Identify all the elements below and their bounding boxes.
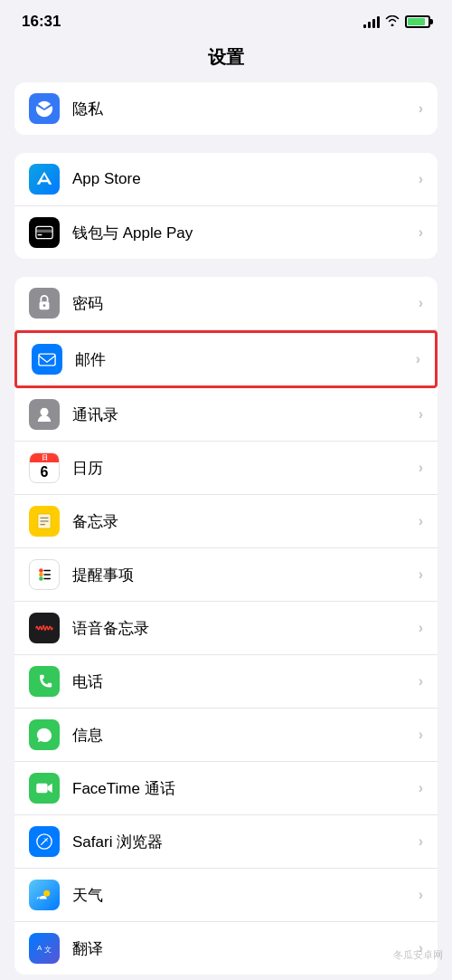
facetime-row[interactable]: FaceTime 通话 › — [14, 762, 438, 815]
svg-text:文: 文 — [44, 946, 52, 954]
messages-icon — [29, 719, 60, 750]
reminders-chevron: › — [419, 566, 423, 583]
facetime-label: FaceTime 通话 — [72, 778, 419, 799]
wallet-chevron: › — [419, 224, 423, 241]
svg-point-12 — [39, 573, 43, 577]
appstore-icon — [29, 164, 60, 195]
svg-rect-17 — [36, 784, 47, 794]
weather-row[interactable]: 天气 › — [14, 869, 438, 922]
contacts-label: 通讯录 — [72, 404, 419, 425]
mail-icon — [32, 344, 62, 375]
status-bar: 16:31 — [0, 0, 452, 38]
status-icons — [363, 14, 430, 29]
privacy-icon — [29, 93, 60, 124]
voicememo-icon — [29, 613, 60, 643]
svg-point-13 — [39, 576, 43, 581]
safari-label: Safari 浏览器 — [72, 832, 419, 852]
mail-row[interactable]: 邮件 › — [14, 330, 438, 388]
voicememo-label: 语音备忘录 — [72, 618, 419, 639]
translate-label: 翻译 — [72, 938, 419, 959]
appstore-chevron: › — [419, 171, 423, 187]
voicememo-chevron: › — [419, 620, 423, 636]
svg-point-19 — [43, 890, 50, 897]
svg-text:A: A — [37, 944, 42, 952]
weather-icon — [29, 880, 60, 910]
calendar-label: 日历 — [72, 458, 419, 479]
facetime-icon — [29, 773, 60, 804]
notes-chevron: › — [419, 513, 423, 529]
svg-point-6 — [41, 408, 49, 416]
translate-row[interactable]: A 文 翻译 › — [14, 922, 438, 975]
contacts-icon — [29, 399, 60, 430]
notes-row[interactable]: 备忘录 › — [14, 495, 438, 548]
weather-label: 天气 — [72, 885, 419, 906]
voicememo-row[interactable]: 语音备忘录 › — [14, 602, 438, 655]
svg-point-4 — [43, 304, 46, 307]
store-section: App Store › 钱包与 Apple Pay › — [14, 153, 438, 259]
appstore-label: App Store — [72, 170, 419, 188]
privacy-section: 隐私 › — [14, 82, 438, 135]
wallet-label: 钱包与 Apple Pay — [72, 223, 419, 243]
privacy-label: 隐私 — [72, 99, 419, 119]
safari-row[interactable]: Safari 浏览器 › — [14, 815, 438, 869]
phone-chevron: › — [419, 673, 423, 690]
passwords-label: 密码 — [72, 293, 419, 314]
contacts-chevron: › — [419, 406, 423, 423]
messages-chevron: › — [419, 727, 423, 743]
safari-icon — [29, 826, 60, 857]
messages-label: 信息 — [72, 725, 419, 746]
svg-rect-2 — [38, 234, 42, 236]
appstore-row[interactable]: App Store › — [14, 153, 438, 206]
phone-label: 电话 — [72, 671, 419, 692]
reminders-icon — [29, 559, 60, 590]
passwords-row[interactable]: 密码 › — [14, 277, 438, 330]
svg-rect-5 — [39, 354, 55, 366]
passwords-chevron: › — [419, 295, 423, 311]
wallet-row[interactable]: 钱包与 Apple Pay › — [14, 206, 438, 259]
svg-rect-1 — [36, 230, 52, 233]
notes-icon — [29, 506, 60, 537]
privacy-row[interactable]: 隐私 › — [14, 82, 438, 135]
status-time: 16:31 — [22, 13, 61, 31]
wifi-icon — [385, 14, 400, 29]
calendar-icon: 日 6 — [29, 452, 60, 483]
calendar-row[interactable]: 日 6 日历 › — [14, 442, 438, 495]
phone-row[interactable]: 电话 › — [14, 655, 438, 709]
apps-section: 密码 › 邮件 › 通讯录 › 日 6 日历 › — [14, 277, 438, 975]
calendar-chevron: › — [419, 460, 423, 476]
phone-icon — [29, 666, 60, 697]
notes-label: 备忘录 — [72, 511, 419, 532]
messages-row[interactable]: 信息 › — [14, 709, 438, 762]
page-title: 设置 — [0, 38, 452, 82]
passwords-icon — [29, 288, 60, 319]
reminders-label: 提醒事项 — [72, 565, 419, 585]
mail-chevron: › — [416, 351, 420, 367]
signal-icon — [363, 15, 380, 28]
svg-point-11 — [39, 568, 43, 573]
weather-chevron: › — [419, 887, 423, 903]
battery-icon — [405, 15, 430, 28]
wallet-icon — [29, 217, 60, 248]
facetime-chevron: › — [419, 780, 423, 796]
contacts-row[interactable]: 通讯录 › — [14, 388, 438, 442]
privacy-chevron: › — [419, 100, 423, 117]
mail-label: 邮件 — [75, 349, 416, 370]
safari-chevron: › — [419, 833, 423, 850]
reminders-row[interactable]: 提醒事项 › — [14, 548, 438, 602]
translate-icon: A 文 — [29, 933, 60, 964]
watermark: 冬瓜安卓网 — [393, 948, 443, 962]
